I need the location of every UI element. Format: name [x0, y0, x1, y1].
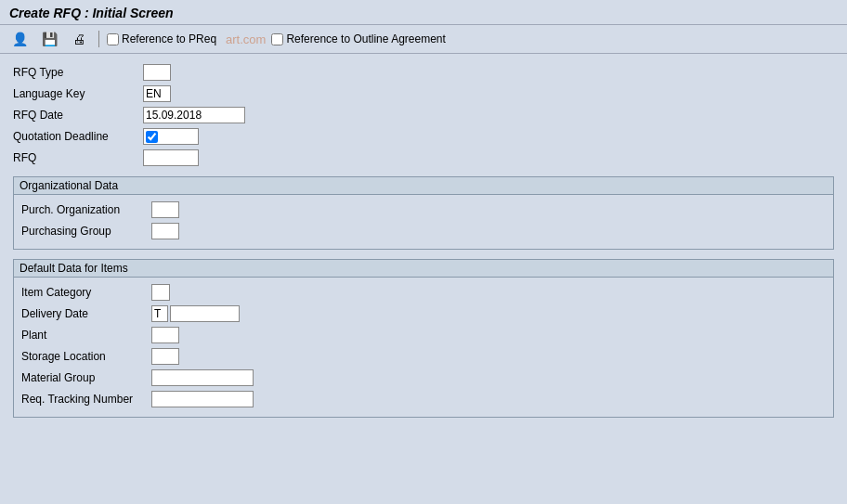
rfq-date-label: RFQ Date: [13, 109, 143, 122]
ref-preq-checkbox[interactable]: [107, 33, 119, 45]
plant-input[interactable]: [151, 327, 179, 343]
title-bar: Create RFQ : Initial Screen: [0, 0, 847, 25]
item-category-input[interactable]: [151, 284, 170, 301]
org-data-content: Purch. Organization Purchasing Group: [14, 195, 833, 249]
rfq-type-input[interactable]: [143, 64, 171, 81]
ref-outline-checkbox[interactable]: [271, 33, 283, 45]
toolbar: 👤 💾 🖨 Reference to PReq art.com Referenc…: [0, 25, 847, 54]
ref-preq-label[interactable]: Reference to PReq: [107, 32, 216, 45]
print-icon: 🖨: [70, 30, 88, 48]
material-group-label: Material Group: [21, 371, 151, 384]
person-button[interactable]: 👤: [7, 29, 32, 49]
rfq-row: RFQ: [13, 149, 834, 167]
delivery-date-field: [151, 305, 240, 322]
purch-org-row: Purch. Organization: [21, 200, 826, 219]
watermark-text: art.com: [226, 32, 266, 46]
delivery-date-row: Delivery Date: [21, 304, 826, 323]
delivery-date-input[interactable]: [170, 305, 240, 322]
rfq-input[interactable]: [143, 149, 199, 166]
rfq-label: RFQ: [13, 151, 143, 164]
default-items-content: Item Category Delivery Date Plant Storag…: [14, 278, 833, 417]
ref-outline-text: Reference to Outline Agreement: [286, 32, 445, 45]
org-data-header: Organizational Data: [14, 177, 833, 195]
save-icon: 💾: [40, 30, 59, 48]
purch-org-label: Purch. Organization: [21, 203, 151, 216]
material-group-row: Material Group: [21, 368, 826, 387]
print-button[interactable]: 🖨: [67, 29, 91, 49]
ref-preq-text: Reference to PReq: [122, 32, 216, 45]
purch-group-row: Purchasing Group: [21, 222, 826, 240]
item-category-label: Item Category: [21, 286, 151, 299]
default-items-header: Default Data for Items: [14, 260, 833, 278]
language-key-row: Language Key: [13, 84, 834, 103]
toolbar-separator: [98, 31, 99, 47]
req-tracking-row: Req. Tracking Number: [21, 390, 826, 408]
delivery-date-prefix-input[interactable]: [151, 305, 168, 322]
language-key-label: Language Key: [13, 87, 143, 100]
rfq-date-row: RFQ Date: [13, 106, 834, 124]
page-title: Create RFQ : Initial Screen: [9, 6, 838, 20]
org-data-group: Organizational Data Purch. Organization …: [13, 176, 834, 250]
rfq-type-row: RFQ Type: [13, 63, 834, 82]
item-category-row: Item Category: [21, 283, 826, 302]
quotation-deadline-row: Quotation Deadline: [13, 127, 834, 146]
purch-group-input[interactable]: [151, 223, 179, 239]
plant-row: Plant: [21, 326, 826, 344]
rfq-type-label: RFQ Type: [13, 66, 143, 79]
quotation-deadline-label: Quotation Deadline: [13, 130, 143, 143]
person-icon: 👤: [10, 30, 29, 48]
save-button[interactable]: 💾: [37, 29, 61, 49]
rfq-date-input[interactable]: [143, 107, 245, 123]
storage-location-input[interactable]: [151, 348, 179, 365]
req-tracking-label: Req. Tracking Number: [21, 393, 151, 406]
purch-org-input[interactable]: [151, 201, 179, 218]
storage-location-row: Storage Location: [21, 347, 826, 366]
default-items-group: Default Data for Items Item Category Del…: [13, 259, 834, 418]
top-form: RFQ Type Language Key RFQ Date Quotation…: [13, 63, 834, 167]
purch-group-label: Purchasing Group: [21, 225, 151, 238]
language-key-input[interactable]: [143, 85, 171, 102]
plant-label: Plant: [21, 329, 151, 342]
material-group-input[interactable]: [151, 369, 254, 386]
main-content: RFQ Type Language Key RFQ Date Quotation…: [0, 54, 847, 436]
storage-location-label: Storage Location: [21, 350, 151, 363]
delivery-date-label: Delivery Date: [21, 307, 151, 320]
ref-outline-label[interactable]: Reference to Outline Agreement: [271, 32, 445, 45]
req-tracking-input[interactable]: [151, 391, 254, 407]
quotation-deadline-checkbox[interactable]: [146, 131, 158, 143]
